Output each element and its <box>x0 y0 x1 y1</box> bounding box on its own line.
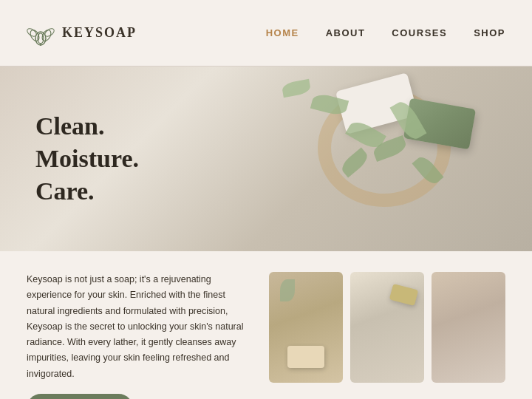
gallery-image-1 <box>269 272 343 383</box>
soap-thumbnail-1 <box>287 346 324 368</box>
hero-section: Clean. Moisture. Care. <box>0 66 532 251</box>
gallery-image-3 <box>432 272 505 383</box>
product-gallery <box>269 272 505 383</box>
nav-courses[interactable]: COURSES <box>392 27 447 38</box>
hero-line-2: Moisture. <box>35 143 139 175</box>
nav-shop[interactable]: SHOP <box>474 27 505 38</box>
hero-line-1: Clean. <box>35 110 139 143</box>
content-left-column: Keysoap is not just a soap; it's a rejuv… <box>27 272 248 399</box>
brand-name: KEYSOAP <box>62 25 137 41</box>
plant-thumbnail-1 <box>280 279 295 301</box>
navigation: HOME ABOUT COURSES SHOP <box>266 27 505 38</box>
hero-headline: Clean. Moisture. Care. <box>35 110 139 208</box>
logo[interactable]: KEYSOAP <box>27 19 137 47</box>
nav-home[interactable]: HOME <box>266 27 299 38</box>
header: KEYSOAP HOME ABOUT COURSES SHOP <box>0 0 532 66</box>
hero-line-3: Care. <box>35 175 139 208</box>
gallery-image-2 <box>350 272 424 383</box>
lotus-icon <box>27 19 55 47</box>
nav-about[interactable]: ABOUT <box>326 27 366 38</box>
content-section: Keysoap is not just a soap; it's a rejuv… <box>0 251 532 399</box>
hero-text-block: Clean. Moisture. Care. <box>35 110 139 208</box>
shop-now-button[interactable]: SHOP NOW <box>27 394 133 399</box>
content-description: Keysoap is not just a soap; it's a rejuv… <box>27 272 248 382</box>
soap-thumbnail-2 <box>389 284 419 306</box>
